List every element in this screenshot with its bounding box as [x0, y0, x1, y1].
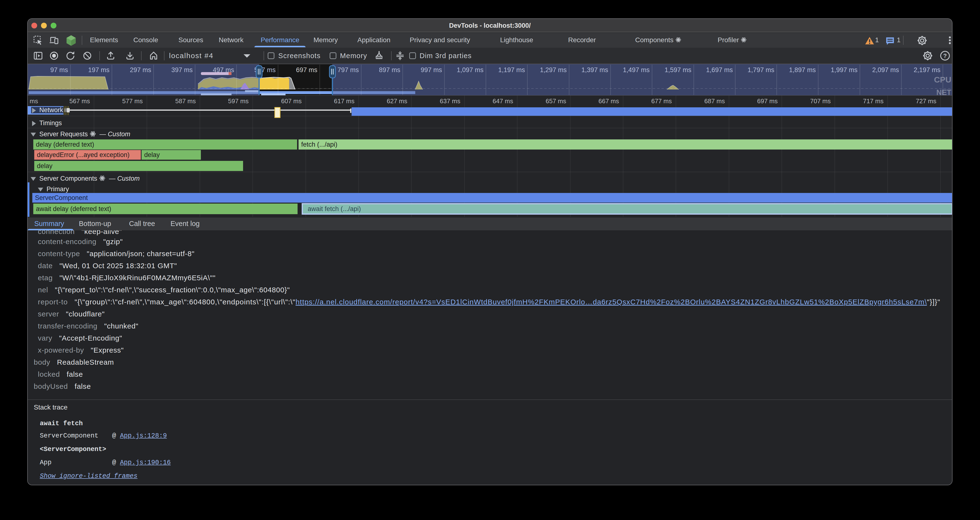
svg-text:?: ?: [943, 52, 947, 59]
svg-text:1,897 ms: 1,897 ms: [789, 66, 816, 73]
svg-text:497 ms: 497 ms: [213, 66, 234, 73]
svg-text:97 ms: 97 ms: [50, 66, 68, 73]
svg-text:1,797 ms: 1,797 ms: [748, 66, 774, 73]
svg-text:1,197 ms: 1,197 ms: [498, 66, 525, 73]
svg-text:1,997 ms: 1,997 ms: [831, 66, 858, 73]
svg-text:CPU: CPU: [934, 75, 951, 84]
svg-text:1,597 ms: 1,597 ms: [665, 66, 691, 73]
svg-text:1,397 ms: 1,397 ms: [581, 66, 608, 73]
svg-text:197 ms: 197 ms: [88, 66, 110, 73]
svg-text:1,297 ms: 1,297 ms: [540, 66, 567, 73]
svg-text:397 ms: 397 ms: [171, 66, 192, 73]
svg-text:897 ms: 897 ms: [379, 66, 400, 73]
svg-text:697 ms: 697 ms: [296, 66, 317, 73]
svg-text:2,097 ms: 2,097 ms: [872, 66, 899, 73]
svg-text:297 ms: 297 ms: [130, 66, 151, 73]
svg-text:NET: NET: [936, 88, 951, 96]
svg-text:1,697 ms: 1,697 ms: [706, 66, 733, 73]
svg-text:2,197 ms: 2,197 ms: [914, 66, 940, 73]
svg-text:997 ms: 997 ms: [420, 66, 442, 73]
svg-text:1,097 ms: 1,097 ms: [457, 66, 484, 73]
svg-text:1,497 ms: 1,497 ms: [623, 66, 650, 73]
svg-text:797 ms: 797 ms: [337, 66, 359, 73]
